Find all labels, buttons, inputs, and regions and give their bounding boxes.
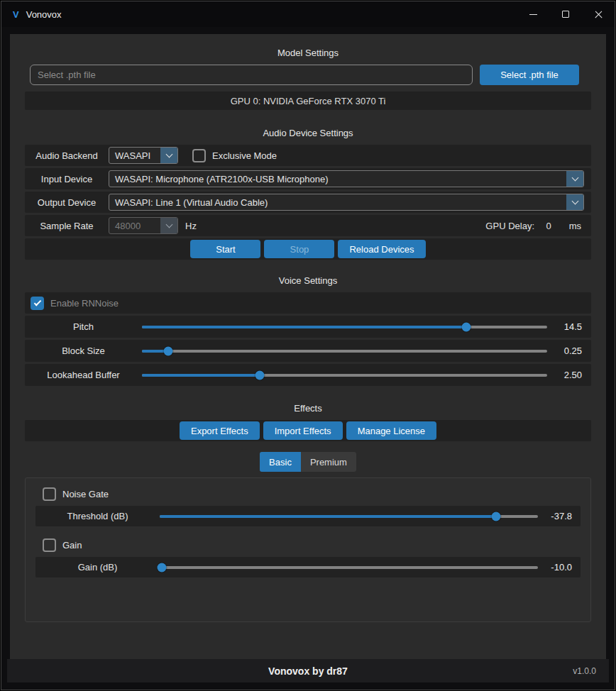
minimize-icon	[529, 14, 537, 15]
manage-license-button[interactable]: Manage License	[346, 421, 436, 440]
app-window: V Vonovox Model Settings Select .pth fil…	[1, 1, 615, 690]
sample-rate-value: 48000	[109, 221, 160, 231]
start-button[interactable]: Start	[190, 240, 260, 258]
import-effects-button[interactable]: Import Effects	[263, 421, 343, 440]
slider-track	[160, 566, 538, 569]
close-button[interactable]	[582, 1, 615, 27]
maximize-icon	[562, 11, 569, 18]
gain-slider-row: Gain (dB) -10.0	[35, 557, 581, 577]
audio-settings-title: Audio Device Settings	[10, 128, 606, 138]
app-logo-icon: V	[13, 9, 19, 20]
title-bar: V Vonovox	[1, 1, 615, 27]
pitch-label: Pitch	[25, 321, 142, 332]
gpu-delay-group: GPU Delay: 0 ms	[485, 221, 591, 231]
output-device-label: Output Device	[25, 197, 109, 208]
input-device-row: Input Device WASAPI: Microphone (ATR2100…	[25, 168, 591, 189]
sample-rate-select: 48000	[109, 217, 178, 234]
slider-track	[142, 350, 547, 353]
minimize-button[interactable]	[517, 1, 549, 27]
gain-row: Gain	[35, 534, 581, 555]
model-settings-title: Model Settings	[10, 34, 606, 58]
block-size-value: 0.25	[547, 346, 591, 356]
gpu-info-text: GPU 0: NVIDIA GeForce RTX 3070 Ti	[231, 96, 386, 106]
stop-button[interactable]: Stop	[264, 240, 334, 258]
slider-thumb[interactable]	[492, 512, 501, 521]
check-icon	[33, 298, 41, 306]
gain-checkbox[interactable]	[43, 538, 56, 552]
pitch-slider[interactable]	[142, 316, 547, 338]
slider-fill	[142, 374, 260, 377]
gain-slider[interactable]	[160, 557, 538, 577]
threshold-label: Threshold (dB)	[35, 511, 160, 521]
voice-settings-title: Voice Settings	[10, 275, 606, 286]
input-device-select[interactable]: WASAPI: Microphone (ATR2100x-USB Microph…	[109, 170, 584, 187]
gain-db-label: Gain (dB)	[35, 562, 160, 573]
gpu-info-bar: GPU 0: NVIDIA GeForce RTX 3070 Ti	[25, 92, 591, 110]
audio-backend-select[interactable]: WASAPI	[109, 147, 178, 164]
threshold-slider[interactable]	[160, 506, 538, 526]
exclusive-mode-label: Exclusive Mode	[212, 150, 277, 161]
lookahead-buffer-row: Lookahead Buffer 2.50	[25, 364, 591, 386]
noise-gate-row: Noise Gate	[35, 483, 581, 504]
gain-label: Gain	[62, 540, 82, 551]
rnnoise-row: Enable RNNoise	[25, 292, 591, 314]
transport-row: Start Stop Reload Devices	[25, 238, 591, 260]
output-device-row: Output Device WASAPI: Line 1 (Virtual Au…	[25, 192, 591, 213]
rnnoise-label: Enable RNNoise	[50, 298, 119, 309]
model-file-row: Select .pth file	[30, 65, 579, 85]
output-device-value: WASAPI: Line 1 (Virtual Audio Cable)	[109, 197, 566, 208]
pth-file-input[interactable]	[30, 65, 473, 85]
sample-rate-row: Sample Rate 48000 Hz GPU Delay: 0 ms	[25, 215, 591, 236]
input-device-label: Input Device	[25, 174, 109, 184]
tab-premium[interactable]: Premium	[301, 452, 356, 472]
audio-backend-row: Audio Backend WASAPI Exclusive Mode	[25, 145, 591, 166]
window-title: Vonovox	[26, 9, 62, 20]
export-effects-button[interactable]: Export Effects	[180, 421, 260, 440]
lookahead-buffer-slider[interactable]	[142, 364, 547, 386]
tab-basic[interactable]: Basic	[260, 452, 301, 472]
gpu-delay-value: 0	[534, 221, 563, 231]
footer-version: v1.0.0	[573, 666, 596, 676]
block-size-label: Block Size	[25, 346, 142, 356]
gpu-delay-label: GPU Delay:	[485, 221, 534, 231]
input-device-value: WASAPI: Microphone (ATR2100x-USB Microph…	[109, 174, 566, 184]
main-panel: Model Settings Select .pth file GPU 0: N…	[10, 34, 606, 661]
rnnoise-checkbox[interactable]	[31, 297, 44, 310]
slider-fill	[160, 515, 496, 518]
effects-tabs-wrap: Basic Premium	[10, 452, 606, 472]
noise-gate-label: Noise Gate	[62, 489, 109, 499]
threshold-value: -37.8	[538, 511, 581, 521]
pitch-value: 14.5	[547, 321, 591, 332]
pitch-row: Pitch 14.5	[25, 316, 591, 338]
block-size-slider[interactable]	[142, 340, 547, 362]
gain-value: -10.0	[538, 562, 581, 573]
effects-tabs: Basic Premium	[260, 452, 356, 472]
sample-rate-label: Sample Rate	[25, 221, 109, 231]
slider-fill	[142, 326, 466, 328]
effects-buttons-row: Export Effects Import Effects Manage Lic…	[25, 420, 591, 441]
maximize-button[interactable]	[549, 1, 582, 27]
threshold-row: Threshold (dB) -37.8	[35, 506, 581, 526]
output-device-select[interactable]: WASAPI: Line 1 (Virtual Audio Cable)	[109, 194, 584, 211]
slider-thumb[interactable]	[157, 563, 166, 572]
block-size-row: Block Size 0.25	[25, 340, 591, 362]
slider-thumb[interactable]	[255, 370, 264, 380]
gpu-delay-unit: ms	[563, 221, 581, 231]
audio-backend-value: WASAPI	[109, 150, 160, 161]
chevron-down-icon	[160, 218, 177, 233]
noise-gate-checkbox[interactable]	[43, 487, 56, 501]
select-pth-button[interactable]: Select .pth file	[480, 65, 579, 85]
lookahead-buffer-value: 2.50	[547, 370, 591, 380]
slider-thumb[interactable]	[461, 322, 471, 331]
lookahead-buffer-label: Lookahead Buffer	[25, 370, 142, 380]
window-controls	[517, 1, 615, 27]
slider-thumb[interactable]	[164, 346, 173, 355]
exclusive-mode-checkbox[interactable]	[192, 149, 206, 162]
reload-devices-button[interactable]: Reload Devices	[338, 240, 425, 258]
chevron-down-icon	[160, 148, 177, 163]
footer-text: Vonovox by dr87	[268, 665, 348, 677]
basic-effects-panel: Noise Gate Threshold (dB) -37.8 Gain Gai…	[25, 477, 591, 622]
sample-rate-unit: Hz	[185, 221, 197, 231]
footer-bar: Vonovox by dr87 v1.0.0	[7, 659, 609, 682]
audio-backend-label: Audio Backend	[25, 150, 109, 161]
